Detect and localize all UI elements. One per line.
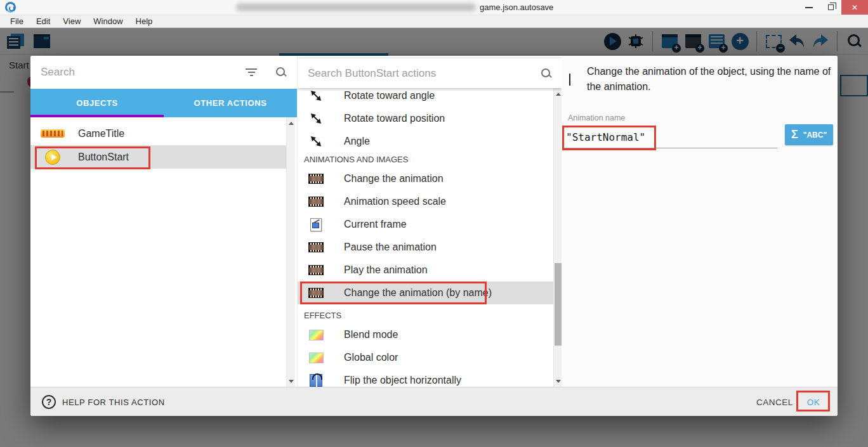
action-row[interactable]: Rotate toward position <box>298 107 553 130</box>
object-row-gametitle[interactable]: GameTitle <box>30 122 286 145</box>
close-icon: ✕ <box>852 3 858 12</box>
menu-edit[interactable]: Edit <box>30 16 56 26</box>
search-icon <box>541 68 552 79</box>
objects-scrollbar[interactable] <box>286 117 295 387</box>
dialog-footer: ? HELP FOR THIS ACTION CANCEL OK <box>30 387 838 416</box>
cancel-button[interactable]: CANCEL <box>753 393 797 411</box>
gametitle-thumbnail-icon <box>41 129 65 138</box>
action-row[interactable]: Flip the object horizontally <box>298 369 553 387</box>
help-for-this-action-button[interactable]: ? HELP FOR THIS ACTION <box>42 387 165 416</box>
filter-icon[interactable] <box>245 67 258 78</box>
action-row[interactable]: Current frame <box>298 213 553 236</box>
actions-scrollbar[interactable] <box>553 88 562 387</box>
sigma-icon: Σ <box>791 128 798 141</box>
rotate-arrow-icon <box>310 89 322 102</box>
scrollbar-thumb[interactable] <box>555 263 562 346</box>
animation-name-label: Animation name <box>568 113 625 122</box>
menubar: File Edit View Window Help <box>0 15 868 28</box>
action-description: Change the animation of the object, usin… <box>587 64 838 94</box>
app-window: game.json.autosave ✕ File Edit View Wind… <box>0 0 868 447</box>
film-strip-icon <box>308 197 324 207</box>
close-button[interactable]: ✕ <box>841 0 868 15</box>
action-row-change-animation-by-name[interactable]: Change the animation (by name) <box>298 282 553 304</box>
flip-horizontal-icon <box>310 374 322 387</box>
restore-button[interactable] <box>820 0 841 15</box>
menu-help[interactable]: Help <box>129 16 159 26</box>
rainbow-square-icon <box>309 353 324 363</box>
rotate-arrow-icon <box>310 135 322 148</box>
rotate-arrow-icon <box>310 112 322 125</box>
frame-page-icon <box>310 218 322 231</box>
expression-builder-button[interactable]: Σ "ABC" <box>785 124 833 145</box>
instruction-editor-dialog: OBJECTS OTHER ACTIONS GameTitle ButtonSt… <box>30 56 838 416</box>
menu-window[interactable]: Window <box>87 16 129 26</box>
window-title-blurred-path <box>236 3 476 11</box>
gdevelop-logo-icon <box>5 2 16 13</box>
tab-objects[interactable]: OBJECTS <box>30 89 164 117</box>
action-parameters-panel: Change the animation of the object, usin… <box>562 56 838 387</box>
action-row[interactable]: Pause the animation <box>298 236 553 259</box>
object-search-bar <box>30 56 297 89</box>
action-row[interactable]: Change the animation <box>298 167 553 190</box>
animation-name-field[interactable] <box>566 128 655 146</box>
action-row[interactable]: Play the animation <box>298 259 553 282</box>
film-strip-icon <box>308 242 324 252</box>
scroll-down-icon[interactable] <box>287 377 296 385</box>
scroll-up-icon[interactable] <box>287 119 296 127</box>
section-header-animations: ANIMATIONS AND IMAGES <box>304 155 408 164</box>
menu-file[interactable]: File <box>4 16 30 26</box>
field-underline <box>562 148 777 148</box>
ok-button[interactable]: OK <box>801 393 826 411</box>
action-search-input[interactable] <box>308 58 523 88</box>
scroll-up-icon[interactable] <box>554 89 562 98</box>
restore-icon <box>828 4 834 10</box>
action-row[interactable]: Animation speed scale <box>298 190 553 213</box>
film-strip-icon <box>308 288 324 298</box>
scroll-down-icon[interactable] <box>554 377 562 385</box>
action-list-panel: Rotate toward angle Rotate toward positi… <box>297 56 562 387</box>
titlebar: game.json.autosave ✕ <box>0 0 868 15</box>
help-icon: ? <box>42 395 56 409</box>
window-title: game.json.autosave <box>480 3 553 12</box>
object-selector-panel: OBJECTS OTHER ACTIONS GameTitle ButtonSt… <box>30 56 297 387</box>
film-strip-icon <box>569 74 570 86</box>
film-strip-icon <box>308 265 324 275</box>
menu-view[interactable]: View <box>56 16 87 26</box>
object-row-buttonstart[interactable]: ButtonStart <box>30 145 286 169</box>
minimize-button[interactable] <box>798 0 820 15</box>
minimize-icon <box>805 7 813 8</box>
rainbow-square-icon <box>309 330 324 340</box>
action-row[interactable]: Blend mode <box>298 323 553 346</box>
action-search-bar <box>298 58 562 88</box>
action-row[interactable]: Angle <box>298 130 553 153</box>
action-row[interactable]: Global color <box>298 346 553 369</box>
section-header-effects: EFFECTS <box>304 311 341 320</box>
tab-other-actions[interactable]: OTHER ACTIONS <box>164 89 297 117</box>
search-icon <box>275 67 287 78</box>
buttonstart-thumbnail-icon <box>45 150 60 165</box>
film-strip-icon <box>308 174 324 184</box>
object-search-input[interactable] <box>41 56 231 89</box>
object-tabs: OBJECTS OTHER ACTIONS <box>30 89 297 117</box>
